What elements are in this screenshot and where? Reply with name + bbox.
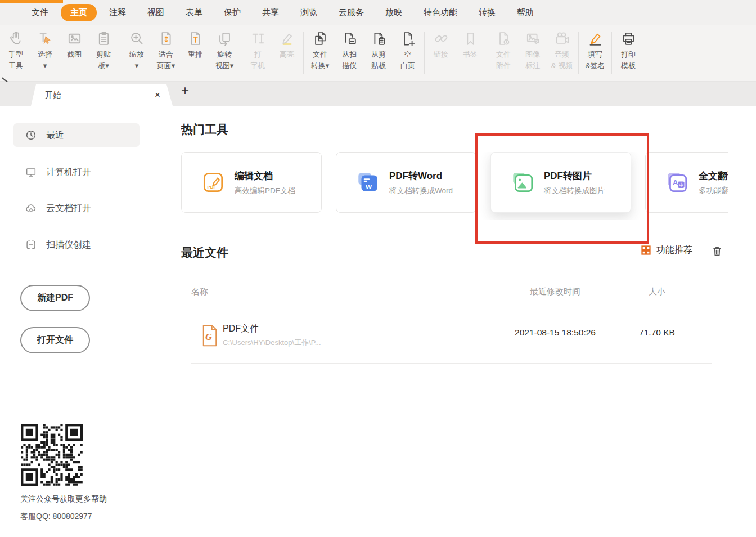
edit-document-icon: PDF bbox=[200, 169, 226, 195]
from-scanner-icon bbox=[341, 30, 358, 47]
toolbar-hand-tool[interactable]: 手型工具 bbox=[1, 25, 30, 81]
monitor-icon bbox=[25, 166, 37, 178]
rotate-view-icon bbox=[216, 30, 233, 47]
svg-text:G: G bbox=[205, 332, 212, 342]
recent-files-title: 最近文件 bbox=[181, 245, 228, 261]
link-icon bbox=[433, 30, 450, 47]
toolbar-link: 链接 bbox=[426, 25, 456, 81]
clock-icon bbox=[25, 129, 37, 141]
sidebar-item-open-computer[interactable]: 计算机打开 bbox=[14, 160, 140, 184]
select-cursor-icon bbox=[37, 30, 54, 47]
pdf-to-word-icon: w bbox=[355, 169, 381, 195]
toolbar-audio-video: 音频& 视频 bbox=[547, 25, 577, 81]
menu-home[interactable]: 主页 bbox=[61, 4, 97, 21]
tab-start[interactable]: 开始 × bbox=[31, 84, 173, 106]
image-annotation-icon bbox=[524, 30, 542, 47]
audio-video-icon bbox=[554, 30, 571, 47]
toolbar-separator bbox=[424, 32, 425, 74]
table-row[interactable]: G PDF文件 C:\Users\HY\Desktop\工作\P... 2021… bbox=[191, 320, 712, 357]
fill-sign-icon bbox=[587, 30, 604, 47]
svg-text:中: 中 bbox=[679, 182, 684, 188]
toolbar-bookmark: 书签 bbox=[456, 25, 485, 81]
toolbar-fit-page[interactable]: 适合页面▾ bbox=[151, 25, 181, 81]
file-size: 71.70 KB bbox=[615, 328, 699, 338]
card-pdf-to-word[interactable]: w PDF转Word 将文档转换成Word bbox=[336, 152, 476, 213]
toolbar-clipboard[interactable]: 剪贴板▾ bbox=[89, 25, 118, 81]
menu-featured[interactable]: 特色功能 bbox=[415, 5, 466, 21]
window-accent-strip bbox=[0, 0, 63, 3]
typewriter-icon bbox=[249, 30, 267, 47]
menu-form[interactable]: 表单 bbox=[177, 5, 212, 21]
pdf-to-image-icon bbox=[510, 169, 536, 195]
snapshot-icon bbox=[66, 30, 83, 47]
toolbar-blank-page[interactable]: 空白页 bbox=[393, 25, 422, 81]
table-divider bbox=[191, 307, 712, 307]
bookmark-icon bbox=[462, 30, 479, 47]
toolbar-print-template[interactable]: 打印模板 bbox=[614, 25, 643, 81]
card-pdf-to-image[interactable]: PDF转图片 将文档转换成图片 bbox=[490, 152, 631, 213]
tab-title: 开始 bbox=[44, 90, 154, 101]
open-file-button[interactable]: 打开文件 bbox=[20, 327, 90, 353]
toolbar-from-clipboard[interactable]: 从剪贴板 bbox=[364, 25, 393, 81]
menubar: 文件 主页 注释 视图 表单 保护 共享 浏览 云服务 放映 特色功能 转换 帮… bbox=[0, 0, 756, 25]
sidebar: 最近 计算机打开 云文档打开 扫描仪创建 新建PDF 打开文件 关注公众号获取更… bbox=[0, 106, 169, 537]
print-template-icon bbox=[620, 30, 637, 47]
toolbar-separator bbox=[303, 32, 304, 74]
menu-view[interactable]: 视图 bbox=[138, 5, 173, 21]
menu-help[interactable]: 帮助 bbox=[508, 5, 543, 21]
hot-tools-title: 热门工具 bbox=[181, 122, 228, 137]
cloud-icon bbox=[25, 202, 37, 214]
sidebar-item-create-from-scanner[interactable]: 扫描仪创建 bbox=[14, 233, 140, 257]
file-name: PDF文件 bbox=[223, 323, 259, 335]
menu-convert[interactable]: 转换 bbox=[470, 5, 505, 21]
menu-file[interactable]: 文件 bbox=[22, 5, 57, 21]
new-tab-button[interactable]: + bbox=[181, 83, 189, 99]
menu-protect[interactable]: 保护 bbox=[215, 5, 250, 21]
main-content: 热门工具 PDF 编辑文档 高效编辑PDF文档 w PDF转Word bbox=[169, 106, 756, 537]
file-path: C:\Users\HY\Desktop\工作\P... bbox=[223, 338, 321, 348]
sidebar-item-open-cloud[interactable]: 云文档打开 bbox=[14, 196, 140, 220]
column-size: 大小 bbox=[615, 287, 699, 297]
toolbar-separator bbox=[241, 32, 241, 74]
menu-comment[interactable]: 注释 bbox=[100, 5, 135, 21]
menu-share[interactable]: 共享 bbox=[253, 5, 288, 21]
highlight-icon bbox=[278, 30, 296, 47]
table-divider bbox=[191, 363, 712, 364]
zoom-icon bbox=[128, 30, 146, 47]
sidebar-item-recent[interactable]: 最近 bbox=[14, 123, 140, 147]
toolbar-fill-sign[interactable]: 填写&签名 bbox=[580, 25, 610, 81]
column-name: 名称 bbox=[191, 287, 208, 297]
toolbar-select[interactable]: 选择▾ bbox=[30, 25, 60, 81]
grid-icon bbox=[640, 244, 652, 256]
trash-icon[interactable] bbox=[711, 244, 723, 258]
tab-close-icon[interactable]: × bbox=[154, 90, 161, 101]
new-pdf-button[interactable]: 新建PDF bbox=[20, 285, 90, 311]
file-modified: 2021-08-15 18:50:26 bbox=[499, 328, 611, 338]
reflow-icon bbox=[187, 30, 204, 47]
tabbar: 开始 × + bbox=[0, 82, 756, 106]
hot-tools-cards: PDF 编辑文档 高效编辑PDF文档 w PDF转Word 将文档转换成Word bbox=[181, 152, 728, 220]
toolbar-file-convert[interactable]: 文件转换▾ bbox=[305, 25, 335, 81]
menu-browse[interactable]: 浏览 bbox=[291, 5, 326, 21]
toolbar-separator bbox=[578, 32, 579, 74]
toolbar-separator bbox=[611, 32, 612, 74]
toolbar-zoom[interactable]: 缩放▾ bbox=[122, 25, 151, 81]
toolbar-rotate-view[interactable]: 旋转视图▾ bbox=[210, 25, 239, 81]
svg-text:w: w bbox=[365, 182, 372, 191]
toolbar-snapshot[interactable]: 截图 bbox=[60, 25, 89, 81]
toolbar-from-scanner[interactable]: 从扫描仪 bbox=[335, 25, 364, 81]
toolbar-typewriter: 打字机 bbox=[243, 25, 272, 81]
scanner-icon bbox=[25, 239, 37, 251]
toolbar-reflow[interactable]: 重排 bbox=[181, 25, 210, 81]
scrollbar[interactable] bbox=[749, 127, 749, 537]
menu-present[interactable]: 放映 bbox=[376, 5, 411, 21]
translate-icon: A 中 bbox=[664, 169, 690, 195]
menu-cloud-service[interactable]: 云服务 bbox=[330, 5, 373, 21]
card-edit-document[interactable]: PDF 编辑文档 高效编辑PDF文档 bbox=[181, 152, 322, 213]
column-modified: 最近修改时间 bbox=[499, 287, 611, 297]
service-qq: 客服QQ: 800802977 bbox=[20, 512, 92, 522]
feature-recommend-button[interactable]: 功能推荐 bbox=[640, 244, 692, 256]
file-attachment-icon bbox=[495, 30, 512, 47]
clipboard-icon bbox=[95, 30, 112, 47]
card-full-text-translate[interactable]: A 中 全文翻译 多功能翻译 bbox=[645, 152, 728, 213]
